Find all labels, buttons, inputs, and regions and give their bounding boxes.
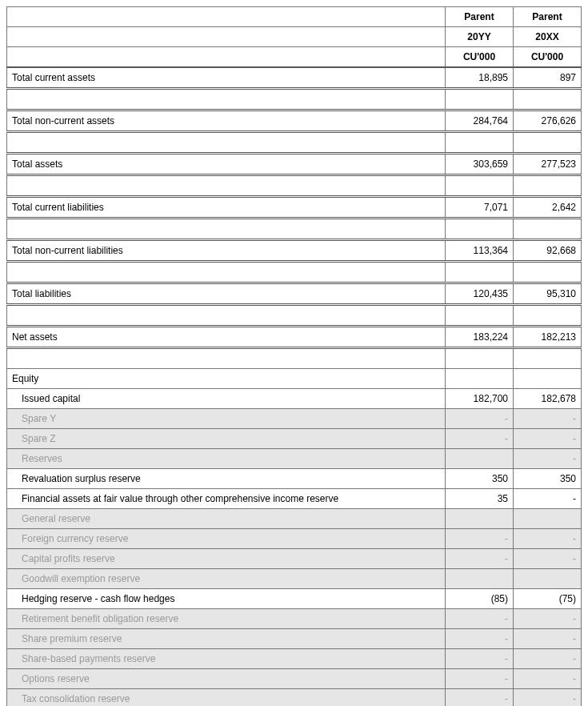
spacer-row bbox=[7, 132, 582, 154]
label: Spare Y bbox=[7, 409, 446, 429]
value-xx: 350 bbox=[514, 469, 582, 489]
label: Total liabilities bbox=[7, 283, 446, 305]
col1-entity: Parent bbox=[446, 7, 514, 27]
label: Total assets bbox=[7, 154, 446, 175]
value-yy: 182,700 bbox=[446, 389, 514, 409]
row-reserves: Reserves - bbox=[7, 449, 582, 469]
value-xx: - bbox=[514, 609, 582, 629]
label: Issued capital bbox=[7, 389, 446, 409]
value-yy: 18,895 bbox=[446, 67, 514, 89]
value-yy: - bbox=[446, 669, 514, 689]
label: Net assets bbox=[7, 327, 446, 348]
row-general-reserve: General reserve bbox=[7, 509, 582, 529]
value-xx: 92,668 bbox=[514, 240, 582, 262]
value-xx: - bbox=[514, 429, 582, 449]
value-xx: (75) bbox=[514, 589, 582, 609]
value-yy: 183,224 bbox=[446, 327, 514, 348]
value-xx bbox=[514, 509, 582, 529]
row-hedging-reserve: Hedging reserve - cash flow hedges (85) … bbox=[7, 589, 582, 609]
header-row-entity: Parent Parent bbox=[7, 7, 582, 27]
value-yy: - bbox=[446, 629, 514, 649]
spacer-row bbox=[7, 262, 582, 283]
value-yy: 120,435 bbox=[446, 283, 514, 305]
value-xx: - bbox=[514, 549, 582, 569]
col1-year: 20YY bbox=[446, 27, 514, 47]
label: Revaluation surplus reserve bbox=[7, 469, 446, 489]
value-yy: 284,764 bbox=[446, 110, 514, 132]
row-goodwill-exemption-reserve: Goodwill exemption reserve bbox=[7, 569, 582, 589]
row-revaluation-surplus: Revaluation surplus reserve 350 350 bbox=[7, 469, 582, 489]
value-yy: - bbox=[446, 429, 514, 449]
label: Financial assets at fair value through o… bbox=[7, 489, 446, 509]
header-row-year: 20YY 20XX bbox=[7, 27, 582, 47]
row-total-assets: Total assets 303,659 277,523 bbox=[7, 154, 582, 175]
label: Total non-current assets bbox=[7, 110, 446, 132]
label: General reserve bbox=[7, 509, 446, 529]
financial-table: Parent Parent 20YY 20XX CU'000 CU'000 To… bbox=[6, 6, 582, 706]
label: Equity bbox=[7, 369, 446, 389]
row-options-reserve: Options reserve - - bbox=[7, 669, 582, 689]
value-yy: 35 bbox=[446, 489, 514, 509]
value-yy bbox=[446, 569, 514, 589]
value-xx: - bbox=[514, 629, 582, 649]
value-yy: 303,659 bbox=[446, 154, 514, 175]
spacer-row bbox=[7, 219, 582, 240]
value-yy: - bbox=[446, 689, 514, 707]
value-yy: (85) bbox=[446, 589, 514, 609]
row-share-premium-reserve: Share premium reserve - - bbox=[7, 629, 582, 649]
value-xx: - bbox=[514, 689, 582, 707]
label: Tax consolidation reserve bbox=[7, 689, 446, 707]
row-financial-assets-fvoci: Financial assets at fair value through o… bbox=[7, 489, 582, 509]
row-capital-profits-reserve: Capital profits reserve - - bbox=[7, 549, 582, 569]
row-issued-capital: Issued capital 182,700 182,678 bbox=[7, 389, 582, 409]
value-xx: 897 bbox=[514, 67, 582, 89]
row-retirement-benefit-reserve: Retirement benefit obligation reserve - … bbox=[7, 609, 582, 629]
value-xx bbox=[514, 569, 582, 589]
value-xx: 182,678 bbox=[514, 389, 582, 409]
value-xx: - bbox=[514, 529, 582, 549]
row-foreign-currency-reserve: Foreign currency reserve - - bbox=[7, 529, 582, 549]
value-xx: 277,523 bbox=[514, 154, 582, 175]
row-total-noncurrent-assets: Total non-current assets 284,764 276,626 bbox=[7, 110, 582, 132]
label: Spare Z bbox=[7, 429, 446, 449]
label: Reserves bbox=[7, 449, 446, 469]
spacer-row bbox=[7, 89, 582, 110]
value-yy: 7,071 bbox=[446, 197, 514, 219]
label: Share-based payments reserve bbox=[7, 649, 446, 669]
value-xx: - bbox=[514, 449, 582, 469]
value-xx: - bbox=[514, 649, 582, 669]
value-yy: - bbox=[446, 609, 514, 629]
empty-cell bbox=[7, 27, 446, 47]
value-xx: 95,310 bbox=[514, 283, 582, 305]
value-yy: 350 bbox=[446, 469, 514, 489]
value-xx: 2,642 bbox=[514, 197, 582, 219]
col1-unit: CU'000 bbox=[446, 47, 514, 68]
label: Goodwill exemption reserve bbox=[7, 569, 446, 589]
row-equity-heading: Equity bbox=[7, 369, 582, 389]
row-total-liabilities: Total liabilities 120,435 95,310 bbox=[7, 283, 582, 305]
value-xx: - bbox=[514, 409, 582, 429]
row-total-current-liabilities: Total current liabilities 7,071 2,642 bbox=[7, 197, 582, 219]
empty-cell bbox=[7, 47, 446, 68]
empty-cell bbox=[7, 7, 446, 27]
label: Total current assets bbox=[7, 67, 446, 89]
label: Capital profits reserve bbox=[7, 549, 446, 569]
value-xx: - bbox=[514, 489, 582, 509]
col2-year: 20XX bbox=[514, 27, 582, 47]
label: Hedging reserve - cash flow hedges bbox=[7, 589, 446, 609]
value-yy: - bbox=[446, 649, 514, 669]
col2-unit: CU'000 bbox=[514, 47, 582, 68]
row-share-based-payments-reserve: Share-based payments reserve - - bbox=[7, 649, 582, 669]
label: Total non-current liabilities bbox=[7, 240, 446, 262]
label: Retirement benefit obligation reserve bbox=[7, 609, 446, 629]
label: Foreign currency reserve bbox=[7, 529, 446, 549]
label: Total current liabilities bbox=[7, 197, 446, 219]
value-xx: 182,213 bbox=[514, 327, 582, 348]
spacer-row bbox=[7, 175, 582, 197]
col2-entity: Parent bbox=[514, 7, 582, 27]
label: Share premium reserve bbox=[7, 629, 446, 649]
spacer-row bbox=[7, 305, 582, 327]
value-yy: - bbox=[446, 549, 514, 569]
value-xx: 276,626 bbox=[514, 110, 582, 132]
header-row-unit: CU'000 CU'000 bbox=[7, 47, 582, 68]
